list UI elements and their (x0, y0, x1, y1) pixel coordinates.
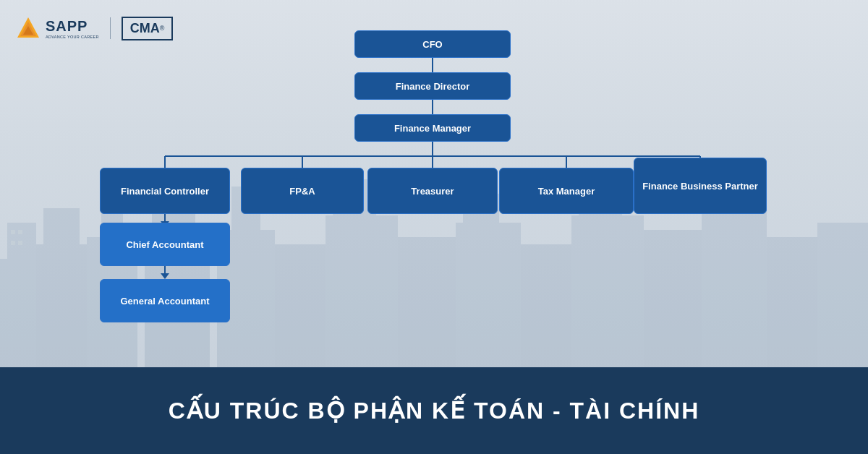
financial-controller-box: Financial Controller (100, 168, 230, 214)
svg-rect-23 (817, 223, 868, 367)
cfo-box: CFO (354, 30, 511, 58)
svg-rect-3 (43, 208, 80, 367)
finance-director-box: Finance Director (354, 72, 511, 100)
cma-sup: ® (160, 25, 165, 32)
finance-business-partner-box: Finance Business Partner (634, 158, 767, 214)
cma-text: CMA (130, 21, 160, 36)
svg-rect-13 (398, 237, 456, 367)
svg-rect-15 (463, 194, 499, 367)
sapp-text: SAPP (46, 18, 99, 35)
treasurer-box: Treasurer (367, 168, 498, 214)
tax-manager-box: Tax Manager (499, 168, 634, 214)
logo-area: SAPP ADVANCE YOUR CAREER CMA® (14, 14, 173, 42)
svg-rect-24 (11, 230, 15, 234)
logo-divider (110, 17, 111, 39)
svg-rect-26 (11, 241, 15, 245)
svg-rect-10 (275, 244, 326, 367)
banner-title: CẤU TRÚC BỘ PHẬN KẾ TOÁN - TÀI CHÍNH (169, 397, 700, 424)
top-section: SAPP ADVANCE YOUR CAREER CMA® (0, 0, 868, 367)
sapp-subtitle: ADVANCE YOUR CAREER (46, 35, 99, 39)
bottom-banner: CẤU TRÚC BỘ PHẬN KẾ TOÁN - TÀI CHÍNH (0, 367, 868, 454)
sapp-icon (14, 14, 42, 42)
fpa-box: FP&A (241, 168, 364, 214)
svg-rect-22 (767, 237, 817, 367)
svg-rect-19 (644, 230, 702, 367)
cma-badge: CMA® (122, 17, 174, 40)
svg-rect-16 (521, 244, 571, 367)
finance-manager-box: Finance Manager (354, 114, 511, 142)
svg-rect-27 (18, 241, 22, 245)
general-accountant-box: General Accountant (100, 279, 230, 322)
svg-rect-25 (18, 230, 22, 234)
main-container: SAPP ADVANCE YOUR CAREER CMA® (0, 0, 868, 454)
sapp-logo: SAPP ADVANCE YOUR CAREER (14, 14, 99, 42)
chief-accountant-box: Chief Accountant (100, 223, 230, 266)
